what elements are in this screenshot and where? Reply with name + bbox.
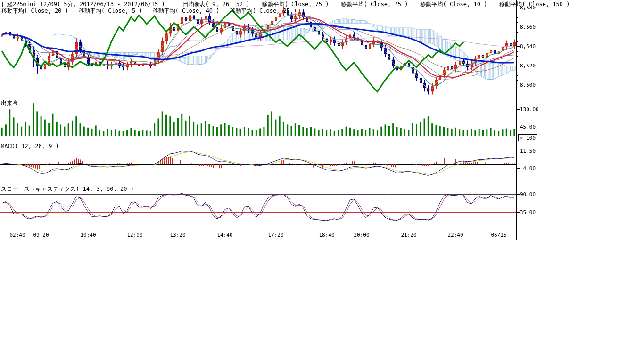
time-label: 06/15 xyxy=(491,232,506,238)
time-label: 02:40 xyxy=(9,232,25,238)
volume-axis-label: 45.00 xyxy=(520,124,536,130)
macd-axis-label: 11.50 xyxy=(520,148,536,154)
legend-ma40: 移動平均( Close, 40 ) xyxy=(153,7,220,15)
legend-ma20: 移動平均( Close, 20 ) xyxy=(1,7,68,15)
legend-ma25: 移動平均( Close, 25 ) xyxy=(230,7,297,15)
time-label: 18:40 xyxy=(319,232,334,238)
volume-panel-label: 出来高 xyxy=(1,99,18,107)
price-axis-label: 8,500 xyxy=(520,82,536,88)
time-label: 17:20 xyxy=(268,232,283,238)
macd-axis-label: -4.00 xyxy=(520,165,536,172)
time-label: 09:20 xyxy=(33,232,49,238)
price-axis-label: 8,580 xyxy=(520,5,536,11)
time-label: 13:20 xyxy=(170,232,185,238)
time-label: 22:40 xyxy=(447,232,463,238)
macd-panel-label: MACD( 12, 26, 9 ) xyxy=(1,143,59,149)
price-axis-label: 8,540 xyxy=(520,43,536,49)
legend-ma10: 移動平均( Close, 10 ) xyxy=(420,0,487,8)
chart-canvas xyxy=(0,0,644,245)
volume-axis-label: 130.00 xyxy=(520,107,539,113)
stochastics-axis-label: 35.00 xyxy=(520,209,536,215)
stochastics-axis-label: 90.00 xyxy=(520,191,536,197)
time-label: 21:20 xyxy=(401,232,416,238)
stochastics-panel-label: スロー・ストキャスティクス( 14, 3, 80, 20 ) xyxy=(1,185,134,193)
chart-header-line2: 移動平均( Close, 20 ) 移動平均( Close, 5 ) 移動平均(… xyxy=(1,7,297,15)
time-label: 10:40 xyxy=(80,232,96,238)
price-axis-label: 8,520 xyxy=(520,63,536,69)
volume-multiplier-badge: × 100 xyxy=(518,134,537,141)
time-label: 14:40 xyxy=(217,232,232,238)
price-axis-label: 8,560 xyxy=(520,24,536,30)
time-label: 12:00 xyxy=(127,232,142,238)
legend-ma5: 移動平均( Close, 5 ) xyxy=(79,7,142,15)
time-label: 20:00 xyxy=(354,232,369,238)
chart-application: 日経225mini 12/09( 5分, 2012/06/13 - 2012/0… xyxy=(0,0,644,362)
legend-ma75-b: 移動平均( Close, 75 ) xyxy=(341,0,408,8)
